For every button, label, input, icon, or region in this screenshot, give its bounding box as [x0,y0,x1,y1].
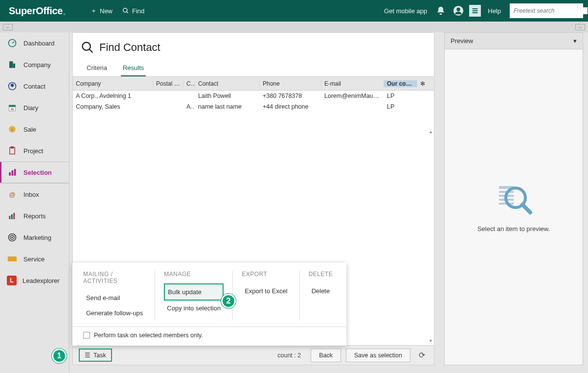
task-label: Task [93,352,106,359]
scroll-up-icon[interactable]: ▴ [430,129,432,134]
menu-item-bulk-update[interactable]: Bulk update [164,283,224,301]
menu-icon[interactable] [469,5,481,17]
find-label: Find [132,7,144,15]
table-row[interactable]: A Corp., Avdelning 1 Laith Powell +380 7… [73,91,434,101]
svg-rect-24 [14,169,16,176]
col-company[interactable]: Company [73,80,153,87]
svg-rect-22 [9,172,11,176]
sidebar-item-label: Dashboard [23,40,55,47]
sidebar-item-label: Leadexplorer [23,277,60,284]
svg-rect-25 [9,216,10,219]
topbar: SuperOffice. ＋ New Find Get mobile app H… [0,0,588,22]
menu-item-delete[interactable]: Delete [309,283,333,299]
preview-panel: Preview ▾ Select an item to preview. [444,32,583,365]
building-icon [7,59,18,70]
sidebar-item-dashboard[interactable]: Dashboard [0,32,69,54]
sidebar-item-project[interactable]: Project [0,140,69,162]
popup-col-manage: MANAGE Bulk update Copy into selection [155,271,233,321]
task-menu-popup: MAILING / ACTIVITIES Send e-mail Generat… [72,263,346,346]
tabs: Criteria Results [73,60,434,77]
freetext-search-box[interactable] [510,3,583,18]
sidebar: Dashboard Company Contact 30 Diary c Sal… [0,32,69,373]
preview-header[interactable]: Preview ▾ [445,33,583,49]
tab-results[interactable]: Results [121,60,146,76]
person-icon [7,81,18,92]
sidebar-item-contact[interactable]: Contact [0,75,69,97]
count-label: count : 2 [277,352,301,359]
sidebar-item-inbox[interactable]: @ Inbox [0,184,69,205]
preview-title: Preview [451,37,473,45]
menu-item-generate-followups[interactable]: Generate follow-ups [83,305,146,321]
sidebar-item-diary[interactable]: 30 Diary [0,97,69,118]
col-postal[interactable]: Postal a... [153,80,183,87]
new-button[interactable]: ＋ New [86,3,117,18]
svg-line-40 [522,205,530,212]
col-phone[interactable]: Phone [260,80,321,87]
col-contact[interactable]: Contact [195,80,260,87]
annotation-badge-1: 1 [52,349,67,363]
bell-icon[interactable] [434,4,448,18]
collapse-right-icon[interactable]: → [575,24,585,30]
help-link[interactable]: Help [483,4,506,18]
sidebar-item-leadexplorer[interactable]: L Leadexplorer [0,270,69,291]
sidebar-item-company[interactable]: Company [0,54,69,75]
menu-item-send-email[interactable]: Send e-mail [83,290,146,305]
svg-rect-11 [9,61,13,68]
sidebar-item-label: Inbox [23,191,39,198]
svg-point-30 [12,237,13,238]
sidebar-item-reports[interactable]: Reports [0,205,69,227]
svg-line-1 [127,12,128,13]
preview-magnify-icon [494,182,533,216]
menu-item-export-excel[interactable]: Export to Excel [242,283,290,299]
target-icon [7,232,18,243]
refresh-icon[interactable]: ⟳ [415,350,428,360]
sidebar-item-service[interactable]: Service [0,248,69,270]
scroll-down-icon[interactable]: ▾ [430,338,432,343]
plus-icon: ＋ [90,6,97,15]
sidebar-item-label: Service [23,256,45,263]
svg-point-14 [11,84,14,87]
svg-line-10 [12,42,14,44]
menu-item-copy-into-selection[interactable]: Copy into selection [164,301,224,316]
table-header: Company Postal a... C... Contact Phone E… [73,77,434,91]
sidebar-item-marketing[interactable]: Marketing [0,227,69,248]
col-our-contact[interactable]: Our cont... [384,80,417,87]
find-button[interactable]: Find [117,4,149,18]
col-email[interactable]: E-mail [321,80,384,87]
page-title: Find Contact [99,41,160,54]
table-row[interactable]: Company, Sales A ... name last name +44 … [73,101,434,112]
sidebar-item-label: Contact [23,83,45,90]
save-as-selection-button[interactable]: Save as selection [346,349,410,362]
svg-point-3 [457,8,460,11]
checkbox-label: Perform task on selected members only. [94,332,203,339]
back-button[interactable]: Back [311,349,341,362]
task-button[interactable]: ☰ Task [79,349,112,362]
collapse-left-icon[interactable]: ← [3,24,13,30]
gauge-icon [7,38,18,48]
sidebar-item-label: Selection [23,169,52,176]
tab-criteria[interactable]: Criteria [85,60,109,76]
preview-empty-text: Select an item to preview. [477,225,550,233]
bars-icon [7,210,18,221]
sidebar-item-sale[interactable]: c Sale [0,118,69,140]
svg-rect-31 [8,256,17,261]
user-icon[interactable] [452,4,465,18]
freetext-search-input[interactable] [514,7,588,14]
hamburger-icon: ☰ [85,351,90,359]
popup-col-mailing: MAILING / ACTIVITIES Send e-mail Generat… [83,271,155,321]
calendar-icon: 30 [7,102,18,113]
gear-icon[interactable]: ✻ [417,80,428,87]
checkbox-icon [83,332,90,339]
sidebar-item-label: Company [23,61,51,69]
app-logo: SuperOffice. [9,5,66,17]
col-c[interactable]: C... [183,80,195,87]
sidebar-item-selection[interactable]: Selection [0,162,69,183]
svg-text:c: c [11,127,13,132]
popup-col-delete: DELETE Delete [300,271,342,321]
popup-heading: EXPORT [242,271,290,278]
get-mobile-app-link[interactable]: Get mobile app [379,4,432,18]
svg-rect-21 [11,147,14,148]
svg-line-33 [90,49,93,53]
perform-on-selected-checkbox[interactable]: Perform task on selected members only. [83,332,336,339]
subbar: ← → [0,22,588,32]
